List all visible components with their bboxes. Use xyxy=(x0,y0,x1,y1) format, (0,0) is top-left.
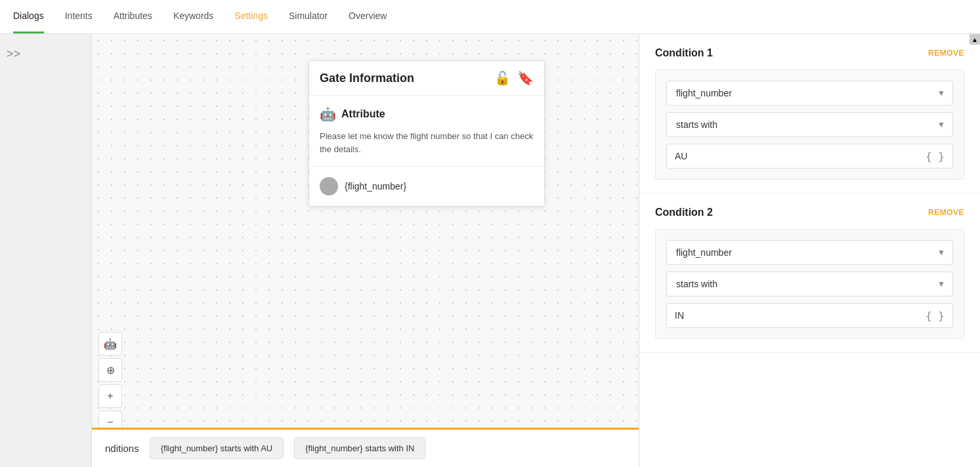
condition-2-operator-select[interactable]: starts with ends with contains equals xyxy=(666,272,953,296)
bookmark-icon: 🔖 xyxy=(517,70,534,86)
right-panel: ▲ Condition 1 REMOVE flight_number fligh… xyxy=(639,34,980,467)
left-panel: >> xyxy=(0,34,92,467)
robot-toolbar-icon[interactable]: 🤖 xyxy=(98,332,122,355)
condition-2-title: Condition 2 xyxy=(655,207,713,218)
dialog-card: Gate Information 🔓 🔖 🤖 Attribute Please … xyxy=(309,60,545,207)
lock-icon: 🔓 xyxy=(494,70,511,86)
condition-1-title: Condition 1 xyxy=(655,47,713,59)
crosshair-icon[interactable]: ⊕ xyxy=(98,358,122,382)
condition-2-value-input[interactable] xyxy=(675,304,926,327)
nav-dialogs[interactable]: Dialogs xyxy=(13,0,44,33)
nav-keywords[interactable]: Keywords xyxy=(173,0,213,33)
attribute-header: 🤖 Attribute xyxy=(320,106,534,122)
add-icon[interactable]: + xyxy=(98,384,122,408)
top-navigation: Dialogs Intents Attributes Keywords Sett… xyxy=(0,0,980,34)
nav-attributes[interactable]: Attributes xyxy=(114,0,152,33)
condition-pill-2[interactable]: {flight_number} starts with IN xyxy=(294,437,425,459)
condition-2-remove-button[interactable]: REMOVE xyxy=(928,208,964,217)
conditions-label: nditions xyxy=(105,430,139,467)
condition-2-value-row: { } xyxy=(666,303,953,328)
condition-2-braces-icon: { } xyxy=(926,310,945,322)
condition-1-field-select[interactable]: flight_number flight_status gate xyxy=(666,81,953,106)
nav-overview[interactable]: Overview xyxy=(349,0,387,33)
condition-1-remove-button[interactable]: REMOVE xyxy=(928,49,964,58)
condition-1-header: Condition 1 REMOVE xyxy=(655,47,964,59)
condition-1-value-row: { } xyxy=(666,144,953,169)
attribute-description: Please let me know the flight number so … xyxy=(320,130,534,155)
attribute-section: 🤖 Attribute Please let me know the fligh… xyxy=(309,96,544,167)
condition-1-field-wrapper: flight_number flight_status gate ▼ xyxy=(666,81,953,106)
flight-number-bubble-text: {flight_number} xyxy=(345,181,406,192)
main-layout: >> Gate Information 🔓 🔖 🤖 Attribute Plea… xyxy=(0,34,980,467)
condition-1-value-input[interactable] xyxy=(675,144,926,168)
dialog-card-header: Gate Information 🔓 🔖 xyxy=(309,61,544,96)
condition-2-inner: flight_number flight_status gate ▼ start… xyxy=(655,229,964,339)
attribute-title: Attribute xyxy=(341,108,385,120)
canvas-area[interactable]: Gate Information 🔓 🔖 🤖 Attribute Please … xyxy=(92,34,639,467)
condition-pill-1[interactable]: {flight_number} starts with AU xyxy=(150,437,284,459)
dialog-card-title: Gate Information xyxy=(320,71,488,85)
condition-1-operator-select[interactable]: starts with ends with contains equals xyxy=(666,112,953,137)
robot-icon: 🤖 xyxy=(320,106,336,122)
condition-2-block: Condition 2 REMOVE flight_number flight_… xyxy=(639,193,980,353)
bottom-toolbar: 🤖 ⊕ + − xyxy=(98,332,122,434)
condition-2-operator-wrapper: starts with ends with contains equals ▼ xyxy=(666,272,953,296)
collapse-button[interactable]: >> xyxy=(7,47,20,61)
bubble-dot xyxy=(320,177,338,195)
condition-1-braces-icon: { } xyxy=(926,150,945,163)
nav-simulator[interactable]: Simulator xyxy=(289,0,328,33)
condition-1-operator-wrapper: starts with ends with contains equals ▼ xyxy=(666,112,953,137)
nav-settings[interactable]: Settings xyxy=(234,0,268,33)
condition-2-field-wrapper: flight_number flight_status gate ▼ xyxy=(666,240,953,265)
condition-1-inner: flight_number flight_status gate ▼ start… xyxy=(655,70,964,180)
nav-intents[interactable]: Intents xyxy=(65,0,93,33)
flight-bubble: {flight_number} xyxy=(309,167,544,206)
condition-2-field-select[interactable]: flight_number flight_status gate xyxy=(666,240,953,265)
condition-1-block: Condition 1 REMOVE flight_number flight_… xyxy=(639,34,980,193)
conditions-bar: nditions {flight_number} starts with AU … xyxy=(92,428,639,467)
scroll-top-indicator: ▲ xyxy=(969,34,980,45)
condition-2-header: Condition 2 REMOVE xyxy=(655,207,964,218)
